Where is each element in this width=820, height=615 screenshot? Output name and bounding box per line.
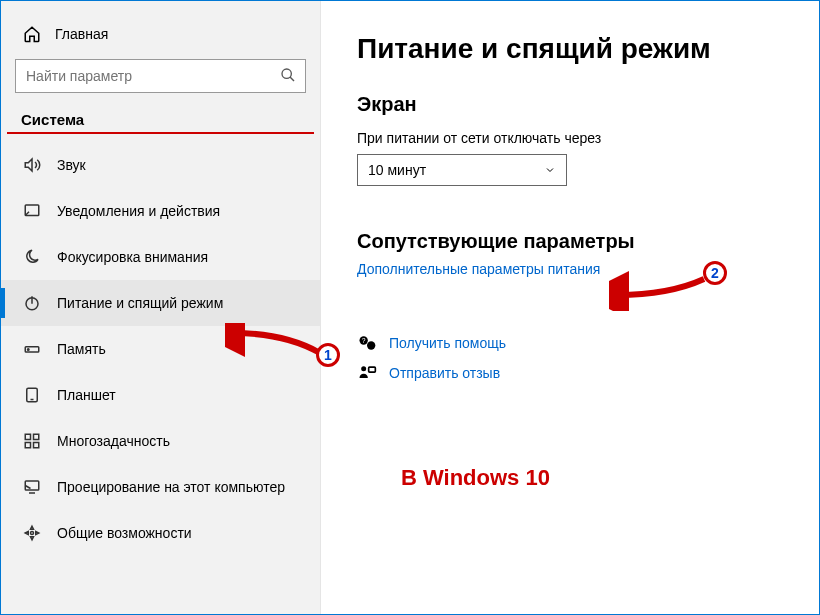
notifications-icon — [23, 202, 41, 220]
get-help-icon: ? — [357, 333, 377, 353]
screen-heading: Экран — [357, 93, 783, 116]
power-icon — [23, 294, 41, 312]
svg-rect-13 — [34, 443, 39, 448]
annotation-text: В Windows 10 — [401, 465, 550, 491]
nav-item-power[interactable]: Питание и спящий режим — [1, 280, 320, 326]
section-header-system: Система — [7, 111, 314, 134]
nav-label: Многозадачность — [57, 433, 170, 449]
svg-point-19 — [361, 366, 366, 371]
feedback-label[interactable]: Отправить отзыв — [389, 365, 500, 381]
feedback-icon — [357, 363, 377, 383]
nav-item-multitask[interactable]: Многозадачность — [1, 418, 320, 464]
svg-point-7 — [28, 349, 30, 351]
multitask-icon — [23, 432, 41, 450]
svg-line-1 — [290, 77, 294, 81]
svg-marker-2 — [25, 159, 32, 171]
home-nav[interactable]: Главная — [1, 19, 320, 59]
search-icon — [280, 67, 296, 83]
nav-item-focus[interactable]: Фокусировка внимания — [1, 234, 320, 280]
page-title: Питание и спящий режим — [357, 33, 783, 65]
annotation-arrow-2 — [609, 271, 709, 311]
svg-rect-11 — [34, 434, 39, 439]
sound-icon — [23, 156, 41, 174]
home-label: Главная — [55, 26, 108, 42]
nav-label: Проецирование на этот компьютер — [57, 479, 285, 495]
svg-rect-12 — [25, 443, 30, 448]
svg-rect-10 — [25, 434, 30, 439]
help-label[interactable]: Получить помощь — [389, 335, 506, 351]
nav-label: Память — [57, 341, 106, 357]
get-help-link[interactable]: ? Получить помощь — [357, 333, 783, 353]
nav-label: Уведомления и действия — [57, 203, 220, 219]
nav-label: Планшет — [57, 387, 116, 403]
annotation-badge-2: 2 — [703, 261, 727, 285]
svg-point-17 — [367, 341, 375, 349]
svg-rect-20 — [369, 367, 376, 372]
related-heading: Сопутствующие параметры — [357, 230, 783, 253]
svg-point-0 — [282, 69, 291, 78]
select-value: 10 минут — [368, 162, 426, 178]
storage-icon — [23, 340, 41, 358]
nav-item-shared[interactable]: Общие возможности — [1, 510, 320, 556]
main-panel: Питание и спящий режим Экран При питании… — [321, 1, 819, 614]
tablet-icon — [23, 386, 41, 404]
nav-label: Фокусировка внимания — [57, 249, 208, 265]
search-box[interactable] — [15, 59, 306, 93]
screen-timeout-select[interactable]: 10 минут — [357, 154, 567, 186]
nav-label: Общие возможности — [57, 525, 192, 541]
nav-item-tablet[interactable]: Планшет — [1, 372, 320, 418]
shared-icon — [23, 524, 41, 542]
home-icon — [23, 25, 41, 43]
nav-label: Звук — [57, 157, 86, 173]
annotation-arrow-1 — [225, 323, 325, 363]
nav-item-sound[interactable]: Звук — [1, 142, 320, 188]
chevron-down-icon — [544, 164, 556, 176]
settings-sidebar: Главная Система Звук Уведомления и дейст… — [1, 1, 321, 614]
nav-label: Питание и спящий режим — [57, 295, 223, 311]
nav-item-notifications[interactable]: Уведомления и действия — [1, 188, 320, 234]
annotation-badge-1: 1 — [316, 343, 340, 367]
nav-item-projecting[interactable]: Проецирование на этот компьютер — [1, 464, 320, 510]
screen-field-label: При питании от сети отключать через — [357, 130, 783, 146]
help-links: ? Получить помощь Отправить отзыв — [357, 333, 783, 383]
focus-icon — [23, 248, 41, 266]
svg-rect-14 — [25, 481, 39, 490]
projecting-icon — [23, 478, 41, 496]
search-input[interactable] — [15, 59, 306, 93]
svg-text:?: ? — [362, 337, 366, 344]
feedback-link[interactable]: Отправить отзыв — [357, 363, 783, 383]
svg-point-15 — [31, 532, 34, 535]
